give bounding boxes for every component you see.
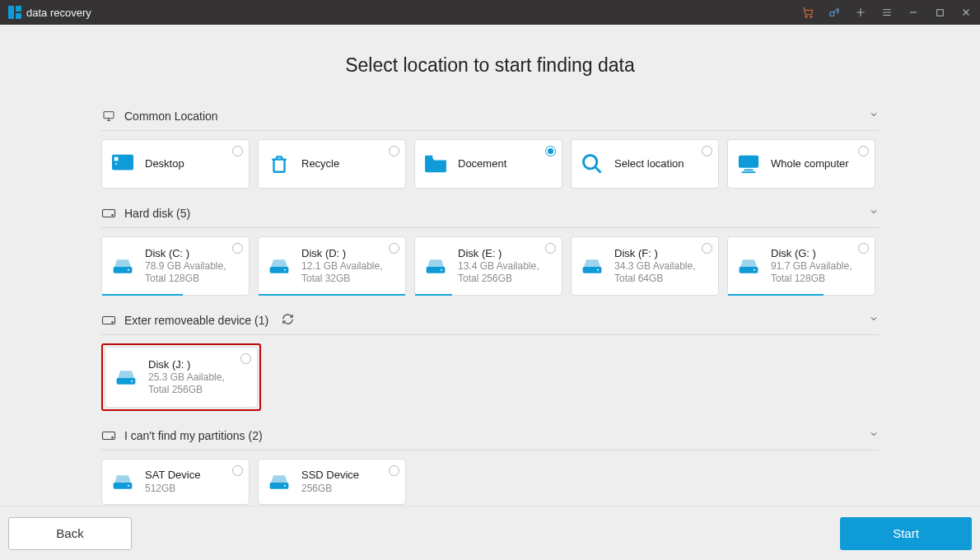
cart-icon[interactable]: [800, 5, 815, 20]
card-label: Recycle: [301, 157, 339, 170]
section-header-removable[interactable]: Exter removeable device (1): [101, 306, 879, 335]
refresh-icon[interactable]: [282, 313, 294, 328]
disk-icon: [101, 315, 116, 326]
svg-point-37: [284, 485, 286, 487]
radio[interactable]: [858, 146, 869, 156]
card-desktop[interactable]: Desktop: [101, 139, 250, 189]
app-title: data recovery: [26, 7, 91, 19]
card-disk-j[interactable]: Disk (J: )25.3 GB Aailable,Total 256GB: [105, 347, 258, 408]
card-label: Disk (D: ): [301, 247, 383, 260]
chevron-down-icon[interactable]: [869, 110, 879, 122]
svg-point-35: [128, 485, 129, 487]
card-document[interactable]: Docement: [414, 139, 562, 189]
svg-point-23: [441, 269, 442, 271]
svg-rect-1: [16, 6, 21, 12]
svg-rect-0: [8, 6, 14, 19]
card-ssd-device[interactable]: SSD Device256GB: [258, 459, 406, 505]
card-label: Disk (G: ): [771, 247, 852, 260]
card-sub: 512GB: [145, 483, 200, 495]
svg-point-25: [597, 269, 599, 271]
radio[interactable]: [702, 243, 712, 254]
radio[interactable]: [702, 146, 712, 156]
menu-icon[interactable]: [880, 5, 894, 20]
start-button[interactable]: Start: [840, 517, 972, 550]
card-sub1: 34.3 GB Available,: [614, 260, 696, 273]
card-label: Disk (J: ): [148, 358, 225, 371]
card-sub1: 78.9 GB Available,: [145, 260, 226, 273]
radio[interactable]: [232, 465, 243, 476]
section-header-hard[interactable]: Hard disk (5): [101, 198, 879, 228]
drive-icon: [267, 254, 292, 278]
svg-rect-2: [16, 13, 21, 19]
card-sub1: 13.4 GB Available,: [458, 260, 539, 273]
svg-point-10: [115, 163, 117, 165]
svg-point-33: [112, 436, 114, 438]
card-recycle[interactable]: Recycle: [258, 139, 406, 189]
radio[interactable]: [232, 146, 243, 156]
section-header-cantfind[interactable]: I can't find my partitions (2): [101, 421, 879, 450]
svg-point-19: [128, 269, 129, 271]
radio[interactable]: [858, 243, 869, 254]
drive-icon: [114, 365, 138, 390]
card-label: Disk (C: ): [145, 247, 226, 260]
card-sub2: Total 128GB: [145, 273, 226, 285]
radio[interactable]: [389, 243, 399, 254]
svg-rect-13: [739, 156, 758, 168]
usage-bar: [102, 294, 183, 296]
card-disk-e[interactable]: Disk (E: )13.4 GB Available,Total 256GB: [414, 236, 562, 296]
drive-icon: [423, 254, 448, 278]
svg-point-21: [284, 269, 286, 271]
drive-icon: [736, 254, 761, 278]
chevron-down-icon[interactable]: [869, 207, 879, 219]
content: Select location to start finding data Co…: [0, 25, 980, 506]
svg-rect-9: [114, 157, 119, 161]
bottombar: Back Start: [0, 506, 980, 560]
card-sat-device[interactable]: SAT Device512GB: [101, 459, 250, 505]
trash-icon: [267, 152, 292, 176]
maximize-icon[interactable]: [932, 5, 947, 20]
card-disk-d[interactable]: Disk (D: )12.1 GB Available,Total 32GB: [258, 236, 406, 296]
chevron-down-icon[interactable]: [869, 314, 879, 326]
common-cards: Desktop Recycle Docement Select location: [101, 131, 879, 194]
drive-icon: [110, 469, 135, 494]
disk-icon: [101, 430, 116, 441]
card-label: Whole computer: [771, 157, 849, 170]
computer-icon: [736, 152, 761, 176]
back-button[interactable]: Back: [8, 517, 132, 550]
card-label: Desktop: [145, 157, 184, 170]
svg-rect-11: [425, 156, 432, 159]
radio[interactable]: [545, 243, 556, 254]
drive-icon: [267, 469, 292, 494]
card-label: Select location: [614, 157, 684, 170]
minimize-icon[interactable]: [906, 5, 921, 20]
radio[interactable]: [389, 146, 399, 156]
card-sub2: Total 32GB: [301, 273, 383, 285]
chevron-down-icon[interactable]: [869, 429, 879, 441]
radio[interactable]: [389, 465, 399, 476]
usage-bar: [728, 294, 824, 296]
card-disk-g[interactable]: Disk (G: )91.7 GB Available,Total 128GB: [727, 236, 875, 296]
card-disk-f[interactable]: Disk (F: )34.3 GB Available,Total 64GB: [571, 236, 719, 296]
highlighted-card: Disk (J: )25.3 GB Aailable,Total 256GB: [101, 343, 261, 411]
svg-rect-7: [104, 111, 114, 118]
key-icon[interactable]: [827, 5, 842, 20]
card-sub1: 91.7 GB Available,: [771, 260, 852, 273]
card-sub: 256GB: [301, 483, 359, 495]
radio[interactable]: [240, 353, 251, 364]
close-icon[interactable]: [959, 5, 973, 20]
svg-rect-15: [742, 171, 756, 173]
card-label: Disk (E: ): [458, 247, 539, 260]
card-whole-computer[interactable]: Whole computer: [727, 139, 875, 189]
card-select-location[interactable]: Select location: [571, 139, 719, 189]
section-header-common[interactable]: Common Location: [101, 101, 879, 131]
svg-rect-14: [744, 170, 753, 171]
card-sub1: 25.3 GB Aailable,: [148, 371, 225, 384]
card-disk-c[interactable]: Disk (C: )78.9 GB Available,Total 128GB: [101, 236, 250, 296]
radio[interactable]: [232, 243, 243, 254]
plus-icon[interactable]: [853, 5, 868, 20]
desktop-icon: [110, 152, 135, 176]
radio[interactable]: [545, 146, 556, 156]
card-sub2: Total 256GB: [458, 273, 539, 285]
window-buttons: [800, 5, 973, 20]
usage-bar: [259, 294, 405, 296]
